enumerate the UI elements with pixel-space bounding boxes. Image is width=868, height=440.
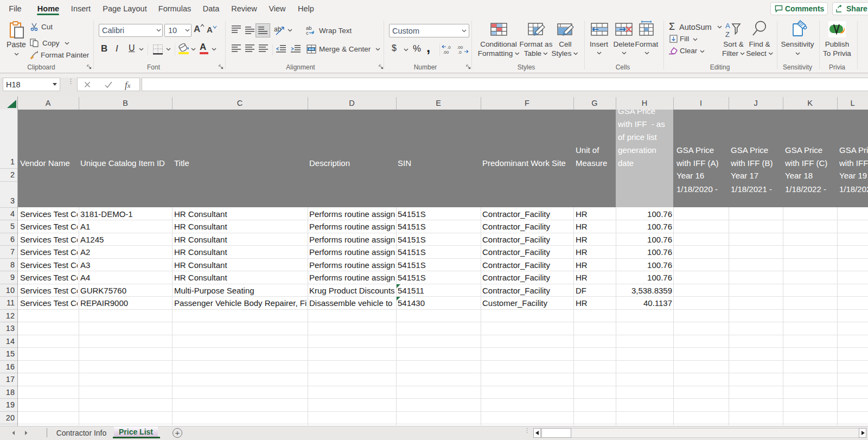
svg-text:A: A [725,22,730,30]
svg-text:.00: .00 [457,45,463,50]
svg-text:Z: Z [725,30,730,38]
svg-text:.0: .0 [458,50,462,54]
svg-text:ab: ab [274,25,282,33]
svg-text:c: c [306,30,309,36]
svg-text:.00: .00 [443,50,449,54]
svg-text:.0: .0 [447,45,451,50]
